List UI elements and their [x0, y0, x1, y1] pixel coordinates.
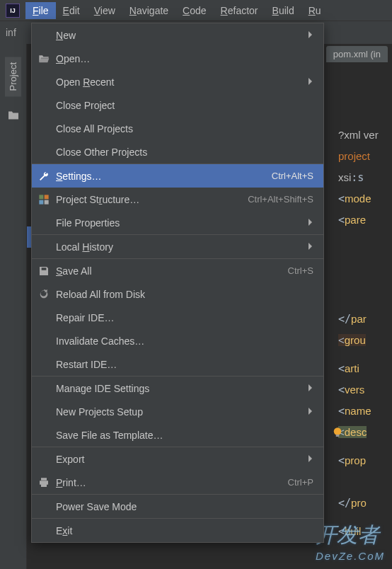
menu-item-restart-ide[interactable]: Restart IDE…: [32, 352, 323, 376]
open-icon: [38, 52, 50, 65]
menu-item-label: File Properties: [56, 217, 302, 229]
menu-item-power-save-mode[interactable]: Power Save Mode: [32, 495, 323, 518]
menu-item-label: Repair IDE…: [56, 312, 313, 323]
menu-item-new-projects-setup[interactable]: New Projects Setup: [32, 400, 323, 423]
menu-item-save-file-as-template[interactable]: Save File as Template…: [32, 423, 323, 447]
menu-navigate[interactable]: Navigate: [122, 2, 175, 19]
code-line[interactable]: xsi:s: [338, 171, 364, 184]
code-line[interactable]: <mode: [338, 192, 371, 205]
menu-item-print[interactable]: Print…Ctrl+P: [32, 471, 323, 494]
file-menu-dropdown: NewOpen…Open RecentClose ProjectClose Al…: [31, 23, 324, 543]
shortcut: Ctrl+Alt+Shift+S: [248, 194, 313, 205]
blank-icon: [38, 99, 50, 112]
menu-ru[interactable]: Ru: [301, 2, 328, 19]
toolbar-text: inf: [6, 27, 16, 38]
save-icon: [38, 265, 50, 277]
menu-item-close-all-projects[interactable]: Close All Projects: [32, 117, 323, 140]
print-icon: [38, 476, 50, 489]
blank-icon: [38, 217, 50, 229]
svg-rect-2: [39, 195, 43, 199]
menu-item-label: Close Project: [56, 100, 313, 111]
menu-item-label: New Projects Setup: [56, 406, 302, 418]
menu-item-project-structure[interactable]: Project Structure…Ctrl+Alt+Shift+S: [32, 188, 323, 211]
menu-code[interactable]: Code: [175, 2, 213, 19]
code-line[interactable]: <pare: [338, 214, 366, 226]
menu-view[interactable]: View: [87, 2, 122, 19]
blank-icon: [38, 453, 50, 466]
code-line[interactable]: ?xml ver: [338, 129, 379, 142]
menu-edit[interactable]: Edit: [56, 2, 87, 19]
shortcut: Ctrl+Alt+S: [272, 171, 313, 181]
blank-icon: [38, 429, 50, 442]
code-line[interactable]: <vers: [338, 384, 364, 396]
menu-item-label: Close All Projects: [56, 123, 313, 134]
menu-item-label: Save All: [56, 265, 279, 277]
blank-icon: [38, 335, 50, 347]
menu-item-label: Exit: [56, 525, 313, 536]
blank-icon: [38, 241, 50, 253]
menu-item-export[interactable]: Export: [32, 447, 323, 471]
menu-item-label: Invalidate Caches…: [56, 335, 313, 347]
intention-bulb-icon[interactable]: [331, 426, 344, 439]
submenu-arrow-icon: [308, 406, 313, 418]
menu-refactor[interactable]: Refactor: [214, 2, 265, 19]
menu-item-file-properties[interactable]: File Properties: [32, 211, 323, 234]
menu-build[interactable]: Build: [265, 2, 301, 19]
menu-item-open-recent[interactable]: Open Recent: [32, 70, 323, 93]
menu-item-settings[interactable]: Settings…Ctrl+Alt+S: [32, 164, 323, 188]
menu-item-close-other-projects[interactable]: Close Other Projects: [32, 140, 323, 163]
menu-item-reload-all-from-disk[interactable]: Reload All from Disk: [32, 282, 323, 306]
menu-item-close-project[interactable]: Close Project: [32, 93, 323, 117]
menu-item-manage-ide-settings[interactable]: Manage IDE Settings: [32, 377, 323, 400]
menu-item-local-history[interactable]: Local History: [32, 235, 323, 258]
submenu-arrow-icon: [308, 241, 313, 253]
menu-item-exit[interactable]: Exit: [32, 519, 323, 542]
code-line[interactable]: project: [338, 150, 373, 163]
blank-icon: [38, 406, 50, 418]
code-line[interactable]: <arti: [338, 362, 359, 375]
submenu-arrow-icon: [308, 30, 313, 41]
blank-icon: [38, 29, 50, 42]
svg-rect-1: [336, 435, 340, 437]
menu-item-label: Save File as Template…: [56, 430, 313, 441]
shortcut: Ctrl+P: [288, 477, 313, 488]
submenu-arrow-icon: [308, 454, 313, 465]
menu-item-label: Local History: [56, 241, 302, 253]
menu-item-label: Export: [56, 454, 302, 465]
menu-item-open[interactable]: Open…: [32, 47, 323, 70]
code-line[interactable]: </pro: [338, 497, 367, 510]
submenu-arrow-icon: [308, 76, 313, 88]
menu-item-save-all[interactable]: Save AllCtrl+S: [32, 259, 323, 282]
menu-item-label: Restart IDE…: [56, 359, 313, 370]
menu-item-label: Manage IDE Settings: [56, 383, 302, 394]
code-line[interactable]: <grou: [338, 334, 366, 347]
watermark: 开发者 DevZe.CoM: [316, 521, 385, 562]
menu-item-label: Close Other Projects: [56, 146, 313, 158]
code-line[interactable]: </par: [338, 313, 367, 326]
svg-rect-5: [45, 200, 49, 204]
menu-item-label: Project Structure…: [56, 194, 239, 205]
menubar: IJ FileEditViewNavigateCodeRefactorBuild…: [0, 0, 392, 21]
blank-icon: [38, 146, 50, 159]
code-line[interactable]: <prop: [338, 454, 366, 467]
menu-file[interactable]: File: [25, 2, 56, 19]
menu-item-label: Open…: [56, 53, 313, 64]
menu-item-label: Print…: [56, 477, 279, 488]
svg-rect-4: [39, 200, 43, 204]
code-line[interactable]: <name: [338, 405, 371, 418]
blank-icon: [38, 76, 50, 88]
project-tool-tab[interactable]: Project: [5, 57, 21, 96]
menu-item-repair-ide[interactable]: Repair IDE…: [32, 306, 323, 329]
menu-item-label: Power Save Mode: [56, 501, 313, 512]
app-icon: IJ: [6, 4, 20, 18]
blank-icon: [38, 524, 50, 537]
svg-point-0: [334, 427, 342, 435]
file-tab[interactable]: pom.xml (in: [326, 46, 388, 62]
blank-icon: [38, 382, 50, 395]
blank-icon: [38, 500, 50, 513]
menu-item-invalidate-caches[interactable]: Invalidate Caches…: [32, 329, 323, 352]
submenu-arrow-icon: [308, 217, 313, 229]
sidebar: Project: [0, 44, 27, 569]
menu-item-new[interactable]: New: [32, 23, 323, 47]
submenu-arrow-icon: [308, 383, 313, 394]
